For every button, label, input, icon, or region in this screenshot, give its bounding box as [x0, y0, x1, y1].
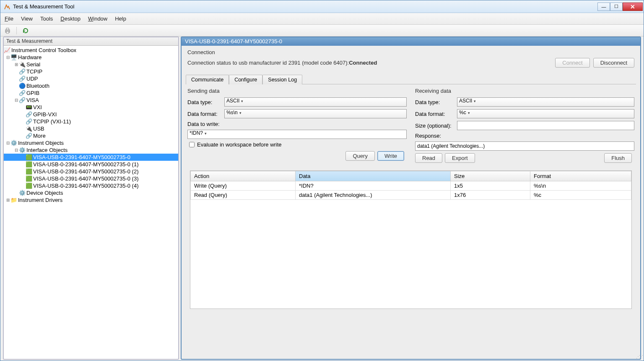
expand-icon[interactable]: ⊞	[14, 62, 19, 67]
evaluate-checkbox[interactable]	[189, 142, 195, 147]
tree-visa-object-0[interactable]: 🟩VISA-USB-0-2391-6407-MY50002735-0	[4, 154, 178, 161]
table-row[interactable]: Write (Query)*IDN?1x5%s\n	[191, 181, 631, 191]
query-button[interactable]: Query	[345, 151, 374, 161]
sending-title: Sending data	[187, 87, 407, 97]
recv-dataformat-select[interactable]: %c	[457, 109, 634, 118]
cube-icon: 🟩	[26, 162, 32, 167]
tree-tcpipvxi[interactable]: 🔗TCPIP (VXI-11)	[4, 118, 178, 125]
tcpip-icon: 🔗	[19, 69, 26, 75]
flush-button[interactable]: Flush	[604, 153, 632, 163]
tree-hardware[interactable]: ⊟🖥️Hardware	[4, 54, 178, 61]
menu-help[interactable]: Help	[115, 16, 126, 22]
col-data[interactable]: Data	[296, 171, 451, 181]
connection-status: Connection status to usb manufacturer id…	[187, 60, 377, 66]
tree-visa-object-2[interactable]: 🟩VISA-USB-0-2391-6407-MY50002735-0 (2)	[4, 168, 178, 175]
tree-visa[interactable]: ⊟🔗VISA	[4, 97, 178, 104]
disconnect-button[interactable]: Disconnect	[593, 58, 634, 68]
tree-root[interactable]: 📈Instrument Control Toolbox	[4, 47, 178, 54]
minimize-button[interactable]: —	[597, 3, 610, 11]
print-icon[interactable]	[4, 27, 11, 34]
tree-udp[interactable]: 🔗UDP	[4, 75, 178, 82]
recv-datatype-select[interactable]: ASCII	[457, 97, 634, 107]
sending-panel: Sending data Data type: ASCII Data forma…	[186, 85, 408, 166]
cube-icon: 🟩	[26, 176, 32, 182]
toolbar	[0, 25, 644, 37]
collapse-icon[interactable]: ⊟	[14, 148, 19, 153]
menu-file[interactable]: File	[5, 16, 13, 22]
tree-visa-object-3[interactable]: 🟩VISA-USB-0-2391-6407-MY50002735-0 (3)	[4, 175, 178, 182]
write-button[interactable]: Write	[377, 151, 404, 161]
recv-dataformat-label: Data format:	[415, 111, 455, 117]
menu-window[interactable]: Window	[88, 16, 107, 22]
collapse-icon[interactable]: ⊟	[14, 98, 19, 103]
right-panel: VISA-USB-0-2391-6407-MY50002735-0 Connec…	[181, 37, 641, 360]
history-table[interactable]: Action Data Size Format Write (Query)*ID…	[190, 170, 632, 309]
drivers-icon: 📁	[10, 197, 17, 203]
interface-icon: ⚙️	[19, 147, 26, 153]
send-dataformat-select[interactable]: %s\n	[224, 109, 407, 118]
recv-size-input[interactable]	[457, 121, 634, 130]
tree-interface-objects[interactable]: ⊟⚙️Interface Objects	[4, 146, 178, 154]
maximize-button[interactable]: ☐	[610, 3, 623, 11]
tree-gpibvxi[interactable]: 🔗GPIB-VXI	[4, 111, 178, 118]
expand-icon[interactable]: ⊞	[5, 198, 10, 203]
matlab-icon: 📈	[4, 47, 10, 53]
menu-view[interactable]: View	[21, 16, 33, 22]
cube-icon: 🟩	[26, 183, 32, 189]
collapse-icon[interactable]: ⊟	[5, 55, 10, 60]
app-logo-icon	[4, 3, 10, 10]
refresh-icon[interactable]	[22, 27, 29, 34]
tab-configure[interactable]: Configure	[229, 75, 262, 84]
udp-icon: 🔗	[19, 76, 26, 82]
menu-bar: File View Tools Desktop Window Help	[0, 13, 644, 25]
evaluate-checkbox-label: Evaluate in workspace before write	[197, 141, 282, 148]
tree-device-objects[interactable]: ⚙️Device Objects	[4, 189, 178, 196]
cube-icon: 🟩	[26, 169, 32, 175]
col-action[interactable]: Action	[191, 171, 296, 181]
usb-icon: 🔌	[26, 126, 32, 132]
tree-bluetooth[interactable]: 🔵Bluetooth	[4, 82, 178, 89]
tree-gpib[interactable]: 🔗GPIB	[4, 89, 178, 97]
recv-datatype-label: Data type:	[415, 99, 455, 105]
window-title: Test & Measurement Tool	[13, 3, 597, 10]
right-panel-title: VISA-USB-0-2391-6407-MY50002735-0	[182, 37, 640, 46]
tree[interactable]: 📈Instrument Control Toolbox ⊟🖥️Hardware …	[4, 46, 178, 359]
connection-label: Connection	[187, 47, 634, 58]
gpibvxi-icon: 🔗	[26, 112, 32, 118]
vxi-icon: 📟	[26, 105, 32, 110]
tree-vxi[interactable]: 📟VXI	[4, 104, 178, 111]
tab-communicate[interactable]: Communicate	[186, 75, 229, 84]
col-format[interactable]: Format	[530, 171, 631, 181]
tree-serial[interactable]: ⊞🔌Serial	[4, 61, 178, 68]
tree-usb[interactable]: 🔌USB	[4, 125, 178, 132]
send-datatype-select[interactable]: ASCII	[224, 97, 407, 107]
collapse-icon[interactable]: ⊟	[5, 141, 10, 146]
table-row[interactable]: Read (Query)data1 (Agilent Technologies.…	[191, 191, 631, 200]
menu-tools[interactable]: Tools	[40, 16, 53, 22]
col-size[interactable]: Size	[451, 171, 530, 181]
tree-instrument-objects[interactable]: ⊟⚙️Instrument Objects	[4, 139, 178, 146]
export-button[interactable]: Export	[445, 153, 475, 163]
close-button[interactable]: ✕	[623, 3, 643, 11]
tree-tcpip[interactable]: 🔗TCPIP	[4, 68, 178, 75]
gpib-icon: 🔗	[19, 90, 26, 96]
tcpipvxi-icon: 🔗	[26, 119, 32, 125]
receiving-title: Receiving data	[415, 87, 634, 97]
objects-icon: ⚙️	[10, 140, 17, 146]
read-button[interactable]: Read	[415, 153, 442, 163]
send-dataformat-label: Data format:	[187, 111, 223, 117]
svg-rect-1	[6, 28, 9, 30]
menu-desktop[interactable]: Desktop	[60, 16, 80, 22]
tab-session-log[interactable]: Session Log	[262, 75, 302, 84]
resize-grip-icon[interactable]: ⋰⋰	[636, 354, 642, 359]
visa-icon: 🔗	[19, 97, 26, 103]
data-to-write-input[interactable]: *IDN?	[187, 130, 407, 139]
tree-visa-object-4[interactable]: 🟩VISA-USB-0-2391-6407-MY50002735-0 (4)	[4, 182, 178, 189]
tree-visa-object-1[interactable]: 🟩VISA-USB-0-2391-6407-MY50002735-0 (1)	[4, 161, 178, 168]
connect-button[interactable]: Connect	[555, 58, 589, 68]
tree-more[interactable]: 🔗More	[4, 132, 178, 139]
recv-size-label: Size (optional):	[415, 123, 455, 129]
tree-instrument-drivers[interactable]: ⊞📁Instrument Drivers	[4, 196, 178, 204]
response-label: Response:	[415, 133, 441, 139]
receiving-panel: Receiving data Data type: ASCII Data for…	[413, 85, 636, 166]
